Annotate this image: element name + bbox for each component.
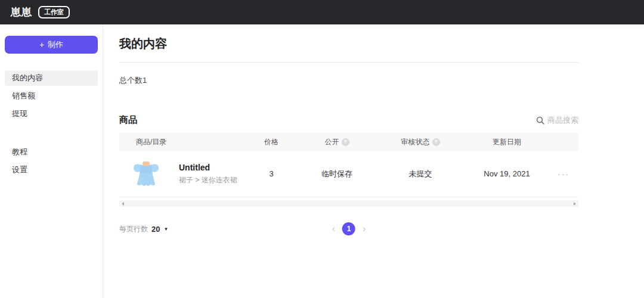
rows-per-page-label: 每页行数 (119, 224, 148, 234)
title-divider (119, 62, 578, 63)
sidebar-item-label: 我的内容 (12, 73, 43, 83)
sidebar-item-label: 教程 (12, 147, 27, 157)
search-icon (536, 116, 544, 125)
rows-per-page-value: 20 (151, 225, 160, 234)
create-button-label: 制作 (48, 39, 63, 50)
sidebar: + 制作 我的内容 销售额 提现 教程 设置 (0, 24, 103, 298)
next-page-icon[interactable]: › (363, 224, 366, 234)
top-bar: 崽崽 工作室 (0, 0, 644, 24)
scroll-left-icon[interactable] (122, 202, 124, 206)
column-label: 更新日期 (493, 137, 521, 147)
sidebar-item-sales[interactable]: 销售额 (5, 88, 98, 104)
products-section-header: 商品 商品搜索 (119, 114, 578, 126)
product-category-path: 裙子 > 迷你连衣裙 (179, 175, 237, 185)
column-label: 价格 (264, 137, 278, 147)
scroll-right-icon[interactable] (574, 202, 576, 206)
previous-page-icon[interactable]: ‹ (332, 224, 335, 234)
main-content: 我的内容 总个数1 商品 商品搜索 商品/目录 价格 (103, 24, 644, 298)
sidebar-item-withdraw[interactable]: 提现 (5, 106, 98, 122)
pagination-bar: 每页行数 20 ▼ ‹ 1 › (119, 221, 578, 237)
current-page-button[interactable]: 1 (342, 222, 355, 235)
studio-badge: 工作室 (38, 6, 70, 18)
review-status-cell: 未提交 (376, 169, 465, 179)
sidebar-item-label: 销售额 (12, 91, 35, 101)
help-icon[interactable]: ? (432, 138, 440, 146)
table-row[interactable]: Untitled 裙子 > 迷你连衣裙 3 临时保存 未提交 Nov 19, 2… (119, 151, 578, 197)
sidebar-group-gap (5, 124, 98, 144)
search-placeholder: 商品搜索 (547, 115, 578, 126)
product-cell: Untitled 裙子 > 迷你连衣裙 (119, 155, 244, 193)
page-shell: + 制作 我的内容 销售额 提现 教程 设置 我的内容 总个数1 (0, 24, 644, 298)
sidebar-item-settings[interactable]: 设置 (5, 162, 98, 178)
table-header-row: 商品/目录 价格 公开 ? 审核状态 ? 更新日期 (119, 133, 578, 151)
row-actions-menu-icon[interactable]: ··· (549, 169, 578, 179)
public-status-cell: 临时保存 (298, 169, 376, 179)
product-thumbnail[interactable] (129, 155, 163, 193)
products-table: 商品/目录 价格 公开 ? 审核状态 ? 更新日期 (119, 133, 578, 197)
sidebar-item-label: 设置 (12, 164, 27, 175)
column-label: 公开 (325, 137, 339, 147)
price-cell: 3 (244, 169, 298, 178)
rows-per-page-select[interactable]: 每页行数 20 ▼ (119, 224, 168, 234)
sidebar-item-label: 提现 (12, 108, 27, 119)
create-button[interactable]: + 制作 (5, 36, 98, 54)
column-review-status: 审核状态 ? (376, 137, 465, 147)
total-count: 总个数1 (119, 75, 578, 86)
column-label: 审核状态 (401, 137, 430, 147)
horizontal-scrollbar[interactable] (119, 200, 578, 207)
column-product: 商品/目录 (119, 137, 244, 147)
column-price: 价格 (244, 137, 298, 147)
app-logo[interactable]: 崽崽 (11, 5, 32, 19)
plus-icon: + (39, 40, 44, 49)
updated-date-cell: Nov 19, 2021 (465, 169, 549, 178)
page-controls: ‹ 1 › (332, 222, 366, 235)
product-name[interactable]: Untitled (179, 163, 237, 172)
products-section-title: 商品 (119, 114, 137, 126)
caret-down-icon: ▼ (163, 226, 168, 232)
product-search[interactable]: 商品搜索 (536, 115, 578, 126)
column-public: 公开 ? (298, 137, 376, 147)
sidebar-item-my-content[interactable]: 我的内容 (5, 70, 98, 86)
column-label: 商品/目录 (136, 137, 166, 147)
column-updated-date: 更新日期 (465, 137, 549, 147)
help-icon[interactable]: ? (342, 138, 349, 146)
product-info: Untitled 裙子 > 迷你连衣裙 (179, 163, 237, 185)
sidebar-item-tutorial[interactable]: 教程 (5, 144, 98, 160)
sidebar-nav: 我的内容 销售额 提现 教程 设置 (5, 70, 98, 178)
page-title: 我的内容 (119, 36, 578, 52)
